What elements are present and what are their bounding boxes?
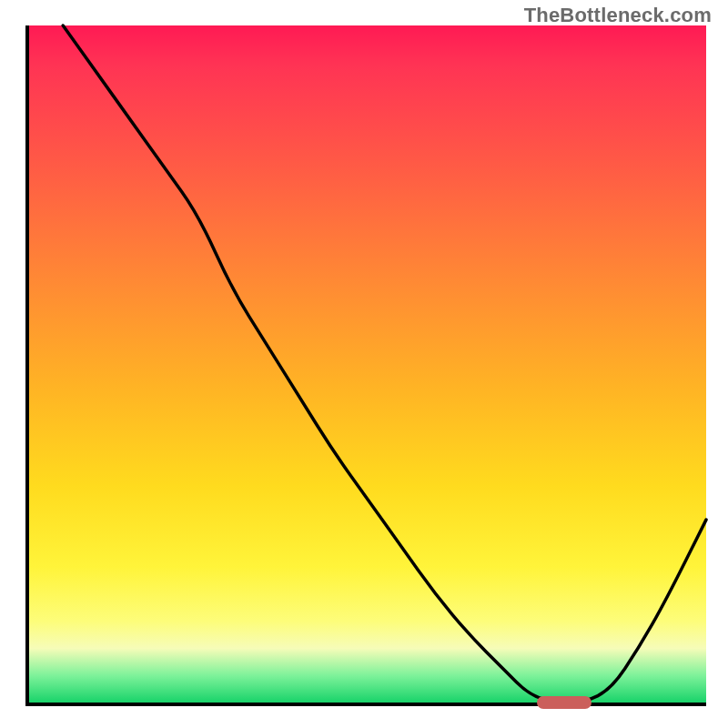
plot-area (25, 25, 706, 706)
bottleneck-curve (29, 25, 706, 703)
optimum-marker (537, 696, 592, 709)
bottleneck-chart: TheBottleneck.com (0, 0, 728, 728)
watermark-text: TheBottleneck.com (524, 4, 712, 27)
